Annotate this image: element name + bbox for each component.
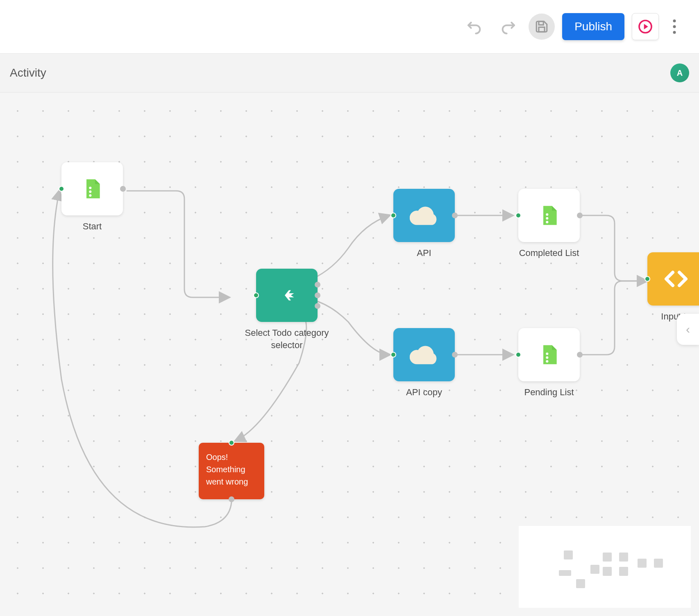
svg-point-5	[673, 25, 676, 28]
node-inputto[interactable]: Input to	[647, 252, 699, 323]
port-selector-out2[interactable]	[315, 292, 320, 298]
port-pending-in[interactable]	[515, 352, 521, 358]
minimap[interactable]	[519, 526, 691, 608]
svg-marker-3	[644, 24, 648, 29]
node-error[interactable]: Oops! Something went wrong	[199, 443, 264, 499]
branch-icon	[275, 283, 299, 308]
port-selector-out3[interactable]	[315, 303, 320, 309]
svg-point-8	[89, 190, 91, 193]
node-api-label: API	[417, 247, 431, 259]
port-completed-in[interactable]	[515, 213, 521, 218]
svg-point-7	[89, 187, 91, 189]
node-api-copy[interactable]: API copy	[393, 328, 455, 399]
node-completed-label: Completed List	[519, 247, 579, 259]
node-selector-label: Select Todo category selector	[234, 327, 340, 351]
node-api-copy-label: API copy	[406, 386, 442, 399]
publish-button[interactable]: Publish	[562, 13, 624, 40]
node-api-copy-box[interactable]	[393, 328, 455, 381]
port-apicopy-in[interactable]	[390, 352, 396, 358]
port-error-in[interactable]	[229, 440, 234, 446]
chevron-left-icon: ‹	[686, 322, 690, 336]
cloud-icon	[410, 205, 438, 226]
more-menu-button[interactable]	[666, 14, 683, 40]
node-selector-box[interactable]	[256, 269, 318, 322]
undo-button[interactable]	[461, 14, 488, 40]
svg-point-4	[673, 20, 676, 23]
port-pending-out[interactable]	[577, 352, 583, 358]
svg-point-14	[546, 356, 548, 359]
flow-canvas[interactable]: Start Select Todo category selector API …	[0, 93, 699, 616]
port-apicopy-out[interactable]	[452, 352, 458, 358]
node-selector[interactable]: Select Todo category selector	[234, 269, 340, 351]
svg-rect-1	[539, 27, 545, 32]
svg-rect-0	[539, 21, 543, 25]
avatar-letter: A	[677, 68, 683, 78]
svg-point-13	[546, 353, 548, 355]
document-icon	[538, 204, 561, 227]
node-start[interactable]: Start	[61, 162, 123, 233]
svg-point-6	[673, 31, 676, 34]
node-pending-label: Pending List	[524, 386, 574, 399]
side-panel-toggle[interactable]: ‹	[677, 314, 699, 345]
svg-point-15	[546, 360, 548, 362]
port-selector-out1[interactable]	[315, 282, 320, 288]
node-api[interactable]: API	[393, 189, 455, 259]
port-api-in[interactable]	[390, 213, 396, 218]
node-completed[interactable]: Completed List	[518, 189, 580, 259]
publish-label: Publish	[574, 20, 612, 33]
document-icon	[81, 177, 104, 200]
svg-point-9	[89, 194, 91, 197]
svg-point-11	[546, 217, 548, 220]
svg-point-10	[546, 213, 548, 216]
top-toolbar: Publish	[0, 0, 699, 53]
node-start-box[interactable]	[61, 162, 123, 215]
activity-header: Activity A	[0, 53, 699, 93]
page-title: Activity	[10, 66, 46, 79]
node-pending[interactable]: Pending List	[518, 328, 580, 399]
code-icon	[663, 266, 689, 292]
run-button[interactable]	[632, 13, 659, 40]
redo-button[interactable]	[495, 14, 521, 40]
document-icon	[538, 343, 561, 366]
save-button[interactable]	[529, 14, 555, 40]
svg-point-12	[546, 221, 548, 223]
node-completed-box[interactable]	[518, 189, 580, 242]
port-error-out[interactable]	[229, 496, 234, 502]
port-completed-out[interactable]	[577, 213, 583, 218]
node-start-label: Start	[83, 220, 102, 233]
node-inputto-box[interactable]	[647, 252, 699, 306]
port-selector-in[interactable]	[253, 292, 259, 298]
port-start-in[interactable]	[59, 186, 64, 192]
port-inputto-in[interactable]	[645, 276, 650, 282]
avatar[interactable]: A	[670, 63, 689, 82]
node-api-box[interactable]	[393, 189, 455, 242]
port-start-out[interactable]	[120, 186, 126, 192]
port-api-out[interactable]	[452, 213, 458, 218]
node-error-text: Oops! Something went wrong	[206, 453, 248, 486]
cloud-icon	[410, 344, 438, 365]
node-pending-box[interactable]	[518, 328, 580, 381]
